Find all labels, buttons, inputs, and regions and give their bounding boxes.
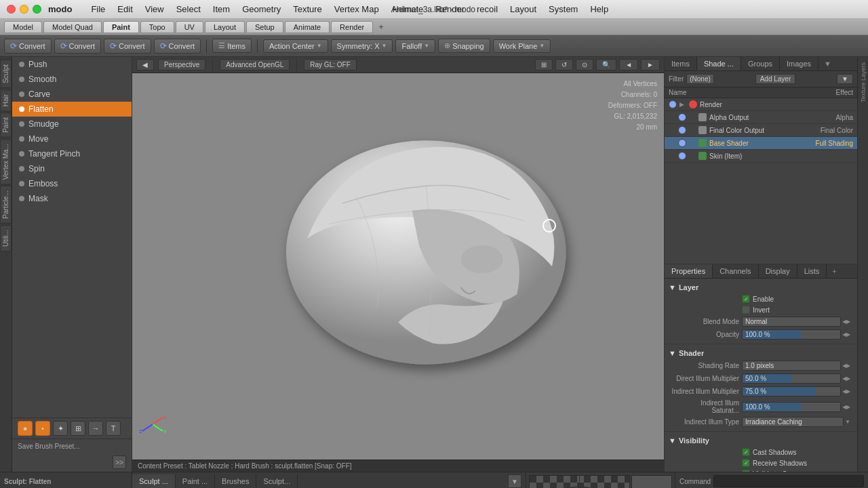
menu-edit[interactable]: Edit — [112, 3, 138, 16]
tool-emboss[interactable]: Emboss — [12, 176, 132, 191]
menu-file[interactable]: File — [85, 3, 111, 16]
menu-recoil[interactable]: recoil — [471, 3, 503, 16]
opacity-arrow[interactable]: ◀▶ — [842, 331, 850, 338]
filter-dropdown[interactable]: (None) — [686, 74, 714, 84]
vp-render-btn[interactable]: ⊙ — [576, 59, 593, 70]
save-brush-preset[interactable]: Save Brush Preset... — [18, 443, 80, 450]
menu-texture[interactable]: Texture — [288, 3, 328, 16]
expand-render[interactable]: ▶ — [679, 101, 686, 108]
arrow-tool-btn[interactable]: → — [88, 421, 103, 436]
text-tool-btn[interactable]: T — [106, 421, 121, 436]
snapping-button[interactable]: ⊕ Snapping — [438, 39, 490, 53]
menu-layout[interactable]: Layout — [505, 3, 542, 16]
work-plane-dropdown[interactable]: Work Plane ▼ — [493, 39, 551, 53]
layer-render[interactable]: ▶ Render — [665, 98, 857, 111]
grid-tool-btn[interactable]: ⊞ — [71, 421, 85, 436]
bottom-tab-expand[interactable]: ▼ — [508, 474, 521, 488]
props-tab-properties[interactable]: Properties — [665, 264, 713, 278]
tool-flatten[interactable]: Flatten — [12, 102, 132, 117]
blend-mode-value[interactable]: Normal — [742, 317, 841, 327]
direct-illum-arrow[interactable]: ◀▶ — [842, 375, 850, 382]
convert-button-4[interactable]: ⟳ Convert — [154, 39, 201, 54]
cast-shadows-checkbox[interactable]: ✓ — [742, 448, 750, 456]
vp-settings-btn[interactable]: ⊞ — [535, 59, 553, 70]
paint-side-tab[interactable]: Paint — [0, 113, 12, 138]
shading-rate-value[interactable]: 1.0 pixels — [742, 361, 841, 371]
vp-refresh-btn[interactable]: ↺ — [555, 59, 573, 70]
convert-button-1[interactable]: ⟳ Convert — [4, 39, 52, 54]
invert-checkbox[interactable]: ✓ — [742, 306, 750, 314]
menu-geometry[interactable]: Geometry — [237, 3, 286, 16]
indirect-sat-arrow[interactable]: ◀▶ — [842, 404, 850, 410]
vis-icon-alpha[interactable] — [678, 113, 686, 121]
particle-side-tab[interactable]: Particle... — [0, 186, 12, 224]
tab-items[interactable]: Items — [665, 57, 697, 70]
tool-push[interactable]: Push — [12, 57, 132, 72]
action-center-dropdown[interactable]: Action Center ▼ — [263, 39, 328, 53]
indirect-type-arrow[interactable]: ▼ — [845, 419, 850, 425]
tab-uv[interactable]: UV — [176, 21, 203, 33]
tab-model[interactable]: Model — [4, 21, 42, 33]
vis-icon-skin[interactable] — [678, 152, 686, 160]
menu-vertex-map[interactable]: Vertex Map — [329, 3, 384, 16]
props-tab-display[interactable]: Display — [759, 264, 797, 278]
indirect-sat-value[interactable]: 100.0 % — [742, 402, 841, 412]
texture-layers-tab[interactable]: Texture Layers — [859, 60, 868, 105]
tab-groups[interactable]: Groups — [741, 57, 780, 70]
menu-view[interactable]: View — [140, 3, 170, 16]
tab-animate[interactable]: Animate — [285, 21, 330, 33]
vertexma-side-tab[interactable]: Vertex Ma... — [0, 139, 12, 184]
command-input[interactable] — [713, 475, 864, 487]
viewport-3d[interactable]: All Vertices Channels: 0 Deformers: OFF … — [132, 73, 664, 460]
close-button[interactable] — [7, 5, 16, 14]
add-tab-button[interactable]: + — [374, 20, 388, 33]
vp-next-frame-btn[interactable]: ► — [641, 59, 660, 70]
add-layer-button[interactable]: Add Layer — [755, 74, 796, 84]
layer-skin[interactable]: Skin (Item) — [665, 150, 857, 163]
tab-shade[interactable]: Shade ... — [697, 57, 741, 70]
bottom-tab-paint[interactable]: Paint ... — [176, 474, 215, 488]
circle-tool-btn[interactable]: ● — [18, 421, 33, 436]
tool-spin[interactable]: Spin — [12, 161, 132, 176]
tool-smooth[interactable]: Smooth — [12, 72, 132, 87]
vp-prev-frame-btn[interactable]: ◄ — [619, 59, 638, 70]
shading-rate-arrow[interactable]: ◀▶ — [842, 363, 850, 369]
tab-topo[interactable]: Topo — [140, 21, 174, 33]
right-tab-add[interactable]: ▼ — [818, 57, 837, 70]
vis-icon-final[interactable] — [678, 126, 686, 134]
layer-alpha-output[interactable]: Alpha Output Alpha — [665, 111, 857, 124]
dot-tool-btn[interactable]: • — [35, 421, 50, 436]
menu-help[interactable]: Help — [585, 3, 614, 16]
shader-section-header[interactable]: ▼ Shader — [669, 347, 853, 359]
props-tab-lists[interactable]: Lists — [797, 264, 827, 278]
opacity-value[interactable]: 100.0 % — [742, 329, 841, 340]
bw-thumb[interactable] — [631, 475, 672, 488]
enable-checkbox[interactable]: ✓ — [742, 295, 750, 303]
tool-carve[interactable]: Carve — [12, 87, 132, 102]
layer-final-color[interactable]: Final Color Output Final Color — [665, 124, 857, 137]
blend-mode-arrow[interactable]: ◀▶ — [842, 319, 850, 325]
tool-tangent-pinch[interactable]: Tangent Pinch — [12, 146, 132, 161]
sculpt-side-tab[interactable]: Sculpt — [0, 60, 12, 88]
tab-layout[interactable]: Layout — [205, 21, 245, 33]
props-add-btn[interactable]: + — [827, 264, 842, 278]
hair-side-tab[interactable]: Hair — [0, 89, 12, 111]
vis-icon-base[interactable] — [678, 139, 686, 147]
tab-render[interactable]: Render — [331, 21, 373, 33]
add-layer-dropdown[interactable]: ▼ — [837, 74, 853, 84]
vp-raygl-btn[interactable]: Ray GL: OFF — [304, 59, 356, 70]
layer-base-shader[interactable]: Base Shader Full Shading — [665, 137, 857, 150]
bottom-tab-sculpt[interactable]: Sculpt ... — [132, 474, 176, 488]
layer-section-header[interactable]: ▼ Layer — [669, 281, 853, 293]
menu-select[interactable]: Select — [171, 3, 206, 16]
tab-setup[interactable]: Setup — [246, 21, 283, 33]
symmetry-dropdown[interactable]: Symmetry: X ▼ — [331, 39, 393, 53]
vp-prev-btn[interactable]: ◀ — [136, 59, 154, 70]
falloff-dropdown[interactable]: Falloff ▼ — [395, 39, 435, 53]
vp-opengl-btn[interactable]: Advanced OpenGL — [220, 59, 290, 70]
direct-illum-value[interactable]: 50.0 % — [742, 373, 841, 384]
vp-perspective-btn[interactable]: Perspective — [158, 59, 205, 70]
convert-button-3[interactable]: ⟳ Convert — [104, 39, 151, 54]
expand-left-bottom[interactable]: >> — [113, 455, 126, 469]
menu-item[interactable]: Item — [208, 3, 235, 16]
